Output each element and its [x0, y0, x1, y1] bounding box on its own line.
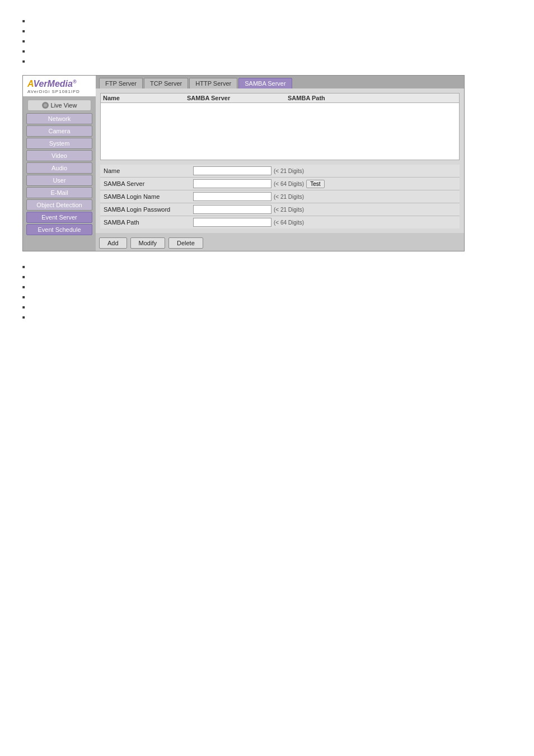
sidebar: AVerMedia® AVerDiGi SP1081IFD Live View …: [23, 76, 96, 251]
form-input-4[interactable]: [193, 218, 271, 227]
bullet-item: [22, 313, 512, 321]
bullet-item: [22, 303, 512, 311]
tab-http-server[interactable]: HTTP Server: [189, 78, 237, 88]
form-row-4: SAMBA Path(< 64 Digits): [100, 216, 460, 228]
form-row-0: Name(< 21 Digits): [100, 165, 460, 178]
data-table-area: Name SAMBA Server SAMBA Path: [100, 93, 460, 160]
nav-items: NetworkCameraSystemVideoAudioUserE-MailO…: [23, 113, 96, 235]
form-input-0[interactable]: [193, 166, 271, 175]
digit-hint-4: (< 64 Digits): [274, 220, 304, 226]
logo-a: A: [27, 79, 33, 88]
form-label-0: Name: [104, 167, 193, 174]
tab-ftp-server[interactable]: FTP Server: [99, 78, 143, 88]
bullet-item: [22, 47, 512, 55]
logo-rest: VerMedia: [33, 79, 73, 88]
digit-hint-1: (< 64 Digits): [274, 181, 304, 187]
logo-brand: AVerMedia®: [27, 79, 91, 89]
live-view-button[interactable]: Live View: [27, 100, 91, 111]
form-input-2[interactable]: [193, 192, 271, 201]
bullet-item: [22, 263, 512, 270]
button-bar: AddModifyDelete: [96, 233, 464, 251]
live-view-label: Live View: [51, 102, 77, 109]
bullet-item: [22, 37, 512, 45]
bullet-item: [22, 283, 512, 291]
sidebar-nav-network[interactable]: Network: [26, 113, 92, 124]
logo-area: AVerMedia® AVerDiGi SP1081IFD: [23, 76, 96, 96]
sidebar-nav-camera[interactable]: Camera: [26, 125, 92, 137]
bullet-item: [22, 273, 512, 281]
digit-hint-2: (< 21 Digits): [274, 194, 304, 200]
tab-samba-server[interactable]: SAMBA Server: [238, 78, 292, 88]
form-fields: Name(< 21 Digits)SAMBA Server(< 64 Digit…: [100, 165, 460, 228]
digit-hint-3: (< 21 Digits): [274, 207, 304, 213]
bullet-item: [22, 57, 512, 65]
form-input-1[interactable]: [193, 179, 271, 188]
main-panel: AVerMedia® AVerDiGi SP1081IFD Live View …: [22, 75, 465, 251]
tab-tcp-server[interactable]: TCP Server: [144, 78, 188, 88]
form-row-1: SAMBA Server(< 64 Digits)Test: [100, 178, 460, 190]
content-area: FTP ServerTCP ServerHTTP ServerSAMBA Ser…: [96, 76, 464, 251]
form-label-2: SAMBA Login Name: [104, 193, 193, 200]
logo-subtitle: AVerDiGi SP1081IFD: [27, 89, 91, 94]
bullet-item: [22, 27, 512, 35]
logo-reg: ®: [73, 79, 77, 85]
form-label-1: SAMBA Server: [104, 180, 193, 187]
col-header-samba-path: SAMBA Path: [288, 95, 457, 101]
form-label-4: SAMBA Path: [104, 219, 193, 226]
bullet-item: [22, 17, 512, 25]
col-header-name: Name: [103, 95, 187, 101]
sidebar-nav-video[interactable]: Video: [26, 150, 92, 161]
sidebar-nav-event-server[interactable]: Event Server: [26, 212, 92, 223]
add-button[interactable]: Add: [99, 237, 127, 249]
sidebar-nav-audio[interactable]: Audio: [26, 162, 92, 174]
bottom-bullets: [22, 263, 512, 321]
digit-hint-0: (< 21 Digits): [274, 168, 304, 174]
top-bullets: [22, 17, 512, 65]
modify-button[interactable]: Modify: [130, 237, 165, 249]
bullet-item: [22, 293, 512, 301]
form-row-2: SAMBA Login Name(< 21 Digits): [100, 190, 460, 203]
delete-button[interactable]: Delete: [168, 237, 203, 249]
sidebar-nav-e-mail[interactable]: E-Mail: [26, 187, 92, 198]
sidebar-nav-object-detection[interactable]: Object Detection: [26, 199, 92, 211]
table-body: [101, 103, 459, 153]
col-header-samba-server: SAMBA Server: [187, 95, 288, 101]
live-view-icon: [42, 102, 49, 109]
form-row-3: SAMBA Login Password(< 21 Digits): [100, 203, 460, 216]
sidebar-nav-event-schedule[interactable]: Event Schedule: [26, 224, 92, 235]
tab-bar: FTP ServerTCP ServerHTTP ServerSAMBA Ser…: [96, 76, 464, 88]
content-inner: Name SAMBA Server SAMBA Path Name(< 21 D…: [96, 88, 464, 233]
form-label-3: SAMBA Login Password: [104, 206, 193, 213]
table-header: Name SAMBA Server SAMBA Path: [101, 94, 459, 103]
sidebar-nav-user[interactable]: User: [26, 175, 92, 186]
sidebar-nav-system[interactable]: System: [26, 138, 92, 149]
form-input-3[interactable]: [193, 205, 271, 214]
test-button-1[interactable]: Test: [306, 180, 324, 188]
